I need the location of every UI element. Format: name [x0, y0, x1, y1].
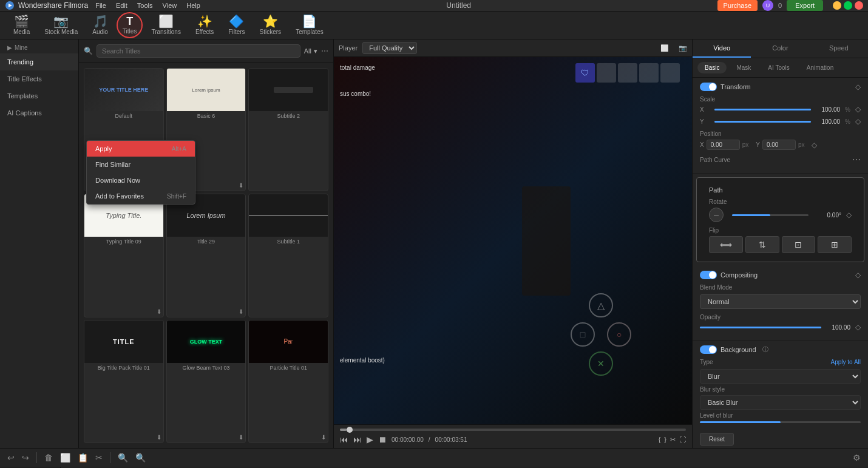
- tab-speed[interactable]: Speed: [810, 39, 868, 58]
- left-trending[interactable]: Trending: [0, 53, 78, 70]
- menu-help[interactable]: Help: [186, 2, 200, 9]
- out-point-button[interactable]: }: [664, 436, 666, 443]
- left-templates[interactable]: Templates: [0, 87, 78, 104]
- tool-stickers[interactable]: ⭐ Stickers: [254, 12, 288, 39]
- scale-x-value: 100.00: [816, 106, 840, 113]
- title-card-particle[interactable]: ♥ Par Particle Title 01 ⬇: [248, 320, 328, 443]
- context-find-similar[interactable]: Find Similar: [87, 157, 195, 172]
- opacity-keyframe[interactable]: ◇: [855, 323, 861, 331]
- undo-button[interactable]: ↩: [5, 452, 17, 464]
- position-x-input[interactable]: [707, 140, 740, 150]
- screenshot-icon[interactable]: 📷: [679, 44, 687, 52]
- context-apply[interactable]: Apply Alt+A: [87, 141, 195, 157]
- rotate-slider[interactable]: [732, 214, 809, 216]
- tool-transitions[interactable]: ⬜ Transitions: [145, 12, 187, 39]
- subtab-basic[interactable]: Basic: [697, 62, 727, 73]
- tool-media[interactable]: 🎬 Media: [7, 12, 36, 39]
- title-card-glow[interactable]: ♥ GLOW TEXT Glow Beam Text 03 ⬇: [166, 320, 246, 443]
- tool-filters[interactable]: 🔷 Filters: [222, 12, 251, 39]
- search-input[interactable]: [97, 44, 300, 58]
- title-card-subtitle1[interactable]: Subtitle 1: [248, 194, 328, 317]
- tool-effects[interactable]: ✨ Effects: [189, 12, 220, 39]
- minimize-button[interactable]: [833, 1, 841, 10]
- tab-color[interactable]: Color: [751, 39, 809, 58]
- quality-select[interactable]: Full Quality: [362, 42, 417, 54]
- flip-h-button[interactable]: ⟺: [709, 236, 743, 253]
- transform-toggle[interactable]: [700, 83, 717, 91]
- tool-templates[interactable]: 📄 Templates: [290, 12, 330, 39]
- menu-file[interactable]: File: [95, 2, 106, 9]
- blur-level-slider[interactable]: [700, 421, 861, 423]
- purchase-button[interactable]: Purchase: [717, 0, 758, 11]
- timeline-seekbar[interactable]: [340, 429, 686, 431]
- close-button[interactable]: [855, 1, 863, 10]
- scale-x-keyframe[interactable]: ◇: [855, 105, 861, 114]
- split-button[interactable]: ✂: [670, 436, 676, 444]
- paste-button[interactable]: 📋: [75, 452, 90, 464]
- apply-all-button[interactable]: Apply to All: [831, 359, 861, 365]
- title-card-subtitle2[interactable]: Subtitle 2: [248, 68, 328, 191]
- play-prev-button[interactable]: ⏭: [353, 435, 362, 444]
- rotate-keyframe[interactable]: ◇: [846, 211, 852, 219]
- background-section: Background ⓘ Type Apply to All Blur Blur…: [693, 341, 868, 448]
- delete-button[interactable]: 🗑: [42, 452, 55, 464]
- subtab-mask[interactable]: Mask: [729, 62, 758, 73]
- title-card-bigtitle[interactable]: TITLE Big Title Pack Title 01 ⬇: [84, 320, 164, 443]
- background-toggle[interactable]: [700, 345, 717, 354]
- more-options-icon[interactable]: ⋯: [321, 47, 328, 55]
- subtab-animation[interactable]: Animation: [799, 62, 841, 73]
- transform-keyframe-button[interactable]: ◇: [855, 83, 861, 91]
- tool-stock[interactable]: 📷 Stock Media: [38, 12, 84, 39]
- scale-y-keyframe[interactable]: ◇: [855, 117, 861, 126]
- menu-edit[interactable]: Edit: [116, 2, 127, 9]
- zoom-in-button[interactable]: 🔍: [115, 452, 131, 464]
- zoom-out-button[interactable]: 🔍: [133, 452, 148, 464]
- copy-button[interactable]: ⬜: [58, 452, 73, 464]
- tool-titles-label: Titles: [123, 28, 137, 35]
- settings-button[interactable]: ⚙: [850, 452, 863, 464]
- context-favorites[interactable]: Add to Favorites Shift+F: [87, 188, 195, 204]
- position-keyframe[interactable]: ◇: [812, 141, 817, 149]
- redo-button[interactable]: ↪: [19, 452, 32, 464]
- flip-v-button[interactable]: ⇅: [745, 236, 779, 253]
- blur-style-select[interactable]: Basic Blur: [700, 395, 861, 410]
- tool-titles[interactable]: T Titles: [117, 12, 143, 38]
- rotate-dial[interactable]: [709, 208, 724, 222]
- left-ai-captions[interactable]: AI Captions: [0, 104, 78, 121]
- in-point-button[interactable]: {: [659, 436, 661, 443]
- fullscreen-button[interactable]: ⛶: [679, 436, 686, 443]
- context-download[interactable]: Download Now: [87, 172, 195, 188]
- skip-back-button[interactable]: ⏮: [340, 435, 348, 444]
- position-y-input[interactable]: [762, 140, 796, 150]
- scale-x-slider[interactable]: [714, 109, 811, 110]
- aspect-ratio-icon[interactable]: ⬜: [660, 44, 669, 52]
- path-curve-button[interactable]: ⋯: [852, 155, 861, 164]
- download-icon-5: ⬇: [239, 434, 243, 441]
- scale-y-slider[interactable]: [714, 121, 811, 123]
- stop-button[interactable]: ⏹: [378, 435, 387, 444]
- flip-btn3[interactable]: ⊡: [782, 236, 816, 253]
- title-card-typing[interactable]: Typing Title. Typing Title 09 ⬇: [84, 194, 164, 317]
- flip-btn4[interactable]: ⊞: [818, 236, 852, 253]
- menu-view[interactable]: View: [163, 2, 177, 9]
- export-button[interactable]: Export: [787, 0, 823, 11]
- tool-audio[interactable]: 🎵 Audio: [86, 12, 114, 39]
- background-info-icon[interactable]: ⓘ: [762, 345, 768, 354]
- left-mine-section[interactable]: ▶ Mine: [0, 39, 78, 53]
- maximize-button[interactable]: [844, 1, 852, 10]
- reset-button[interactable]: Reset: [700, 433, 734, 446]
- title-card-title29[interactable]: Lorem Ipsum Title 29 ⬇: [166, 194, 246, 317]
- cut-button[interactable]: ✂: [93, 452, 105, 464]
- play-button[interactable]: ▶: [367, 435, 373, 444]
- download-label: Download Now: [95, 177, 140, 184]
- filter-dropdown[interactable]: All ▾: [304, 47, 317, 55]
- compositing-keyframe[interactable]: ◇: [855, 271, 861, 279]
- menu-tools[interactable]: Tools: [137, 2, 153, 9]
- opacity-slider[interactable]: [700, 327, 821, 328]
- blend-mode-select[interactable]: Normal: [700, 294, 861, 309]
- tab-video[interactable]: Video: [693, 39, 751, 58]
- subtab-aitools[interactable]: AI Tools: [761, 62, 796, 73]
- bg-type-select[interactable]: Blur: [700, 369, 861, 384]
- left-title-effects[interactable]: Title Effects: [0, 70, 78, 87]
- compositing-toggle[interactable]: [700, 271, 717, 279]
